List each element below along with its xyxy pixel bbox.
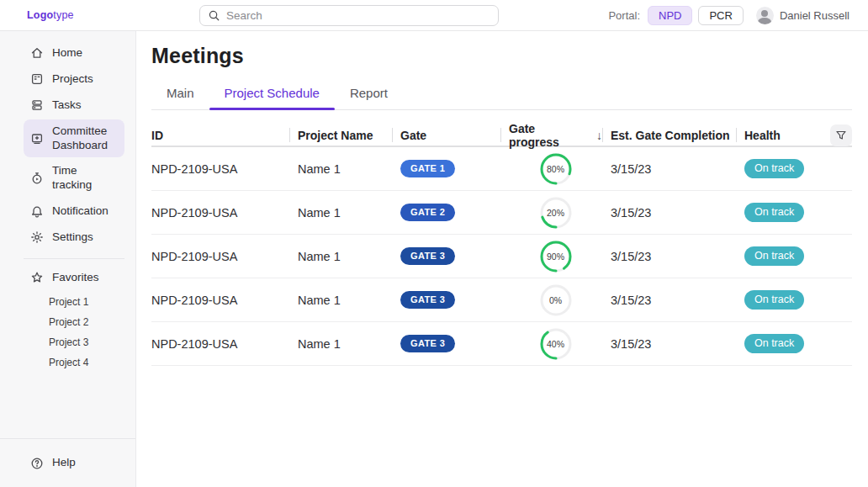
cell-est-completion: 3/15/23	[602, 294, 736, 307]
column-header-label: Gate progress	[509, 122, 585, 149]
progress-ring: 80%	[539, 152, 573, 186]
progress-ring: 40%	[539, 327, 573, 361]
search-input[interactable]	[226, 9, 490, 22]
tab-main[interactable]: Main	[151, 86, 209, 109]
user-name: Daniel Russell	[780, 9, 849, 22]
cell-gate: GATE 3	[392, 247, 500, 265]
sidebar-item-settings[interactable]: Settings	[24, 225, 124, 250]
health-badge: On track	[744, 334, 804, 353]
sidebar-item-help[interactable]: Help	[24, 451, 124, 475]
sidebar: Home Projects Tasks Committee Dashboard …	[0, 31, 136, 487]
cell-gate: GATE 1	[392, 160, 500, 177]
table-body: NPD-2109-USA Name 1 GATE 1 80% 3/15/23 O…	[151, 147, 852, 366]
portal-label: Portal:	[608, 9, 640, 22]
cell-est-completion: 3/15/23	[602, 250, 736, 263]
progress-ring: 0%	[539, 283, 573, 317]
favorite-project-4[interactable]: Project 4	[24, 352, 124, 373]
progress-value: 40%	[539, 327, 573, 361]
help-label: Help	[52, 456, 76, 470]
cell-health: On track	[736, 203, 828, 222]
sidebar-bottom: Help	[0, 438, 135, 487]
tasks-icon	[30, 98, 44, 112]
sidebar-item-time-tracking[interactable]: Time tracking	[24, 159, 124, 198]
logo[interactable]: Logotype	[27, 9, 74, 21]
main-content: Meetings Main Project Schedule Report ID…	[136, 31, 868, 487]
cell-health: On track	[736, 246, 828, 266]
cell-gate-progress: 80%	[500, 152, 602, 186]
health-badge: On track	[744, 290, 804, 310]
progress-value: 20%	[539, 196, 573, 230]
progress-value: 0%	[539, 283, 573, 317]
help-icon	[30, 457, 44, 470]
user-menu[interactable]: Daniel Russell	[756, 7, 849, 24]
sidebar-item-label: Settings	[52, 230, 93, 245]
search-bar[interactable]	[199, 5, 499, 26]
sidebar-item-projects[interactable]: Projects	[24, 67, 124, 92]
table-row[interactable]: NPD-2109-USA Name 1 GATE 3 90% 3/15/23 O…	[151, 235, 852, 278]
gate-badge: GATE 3	[400, 335, 455, 352]
sidebar-item-label: Tasks	[52, 98, 82, 113]
sidebar-item-favorites[interactable]: Favorites	[24, 266, 124, 290]
sidebar-item-home[interactable]: Home	[24, 41, 124, 66]
table-row[interactable]: NPD-2109-USA Name 1 GATE 1 80% 3/15/23 O…	[151, 147, 852, 191]
sidebar-item-committee-dashboard[interactable]: Committee Dashboard	[24, 119, 124, 158]
table-row[interactable]: NPD-2109-USA Name 1 GATE 2 20% 3/15/23 O…	[151, 191, 852, 235]
sidebar-item-notification[interactable]: Notification	[24, 199, 124, 224]
time-tracking-icon	[30, 172, 44, 185]
topbar-right: Portal: NPD PCR Daniel Russell	[608, 0, 849, 31]
portal-toggle-pcr[interactable]: PCR	[698, 6, 743, 25]
topbar: Logotype Portal: NPD PCR Daniel Russell	[0, 0, 868, 31]
search-icon	[208, 9, 220, 22]
avatar	[756, 7, 774, 24]
column-header-est-gate-completion[interactable]: Est. Gate Completion	[602, 124, 736, 146]
sidebar-item-label: Projects	[52, 72, 93, 87]
table-row[interactable]: NPD-2109-USA Name 1 GATE 3 0% 3/15/23 On…	[151, 278, 852, 322]
column-header-gate-progress[interactable]: Gate progress ↓	[500, 124, 602, 146]
logo-bold: Logo	[27, 9, 53, 21]
cell-health: On track	[736, 334, 828, 353]
favorite-project-2[interactable]: Project 2	[24, 312, 124, 332]
tab-project-schedule[interactable]: Project Schedule	[209, 86, 335, 109]
bell-icon	[30, 205, 44, 219]
filter-button[interactable]	[830, 124, 852, 146]
progress-ring: 90%	[539, 240, 573, 273]
cell-id: NPD-2109-USA	[151, 162, 289, 176]
table-row[interactable]: NPD-2109-USA Name 1 GATE 3 40% 3/15/23 O…	[151, 322, 852, 366]
health-badge: On track	[744, 203, 804, 222]
sidebar-item-tasks[interactable]: Tasks	[24, 93, 124, 118]
tab-bar: Main Project Schedule Report	[151, 86, 852, 110]
favorites-label: Favorites	[52, 271, 99, 285]
column-header-project-name[interactable]: Project Name	[289, 124, 392, 146]
cell-id: NPD-2109-USA	[151, 250, 289, 263]
gate-badge: GATE 2	[400, 204, 455, 221]
gate-badge: GATE 1	[400, 160, 455, 177]
column-header-id[interactable]: ID	[151, 124, 289, 146]
filter-icon	[835, 130, 847, 141]
gear-icon	[30, 230, 44, 244]
dashboard-icon	[30, 132, 44, 146]
progress-value: 80%	[539, 152, 573, 186]
column-header-gate[interactable]: Gate	[392, 124, 500, 146]
cell-project-name: Name 1	[289, 250, 392, 263]
cell-project-name: Name 1	[289, 337, 392, 351]
page-title: Meetings	[151, 44, 852, 68]
cell-gate: GATE 2	[392, 204, 500, 221]
favorites-section: Favorites Project 1 Project 2 Project 3 …	[0, 266, 135, 373]
favorite-project-3[interactable]: Project 3	[24, 332, 124, 352]
cell-gate-progress: 20%	[500, 196, 602, 230]
cell-est-completion: 3/15/23	[602, 206, 736, 220]
health-badge: On track	[744, 246, 804, 266]
cell-id: NPD-2109-USA	[151, 337, 289, 351]
progress-ring: 20%	[539, 196, 573, 230]
sidebar-item-label: Committee Dashboard	[52, 124, 118, 153]
sort-descending-icon[interactable]: ↓	[596, 129, 602, 142]
cell-est-completion: 3/15/23	[602, 337, 736, 351]
cell-project-name: Name 1	[289, 294, 392, 307]
gate-badge: GATE 3	[400, 291, 455, 309]
cell-id: NPD-2109-USA	[151, 206, 289, 220]
favorite-project-1[interactable]: Project 1	[24, 292, 124, 312]
tab-report[interactable]: Report	[335, 86, 403, 109]
column-header-health[interactable]: Health	[736, 124, 828, 146]
portal-toggle-npd[interactable]: NPD	[648, 6, 692, 25]
logo-light: type	[53, 9, 73, 21]
